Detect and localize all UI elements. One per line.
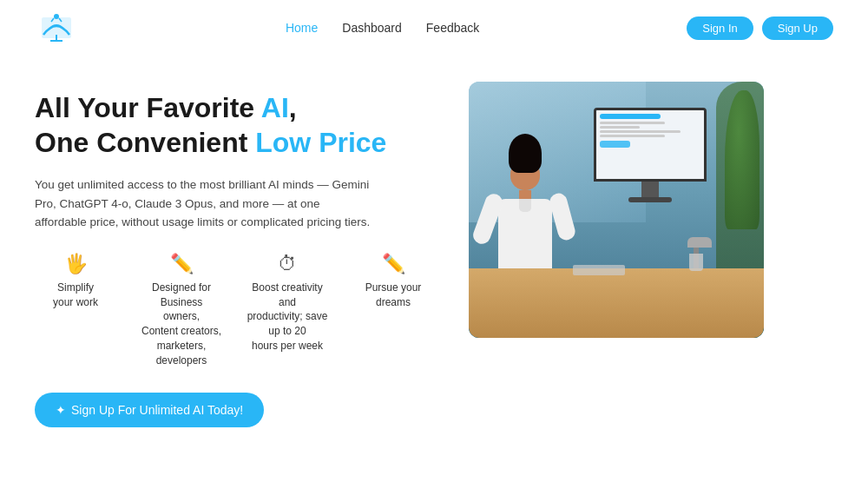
hero-title-price: Low Price [255,127,386,158]
simplify-label: Simplifyyour work [53,281,98,310]
pursue-icon: ✏️ [382,253,405,275]
boost-icon: ⏱ [278,253,297,275]
monitor-base [628,197,672,202]
hero-section: All Your Favorite AI, One Convenient Low… [0,56,868,427]
hero-title-part1: All Your Favorite [35,92,261,123]
nav-buttons: Sign In Sign Up [687,17,833,40]
simplify-icon: 🖐 [64,253,88,275]
business-icon: ✏️ [170,253,194,275]
screen-content [596,110,704,179]
cta-button[interactable]: ✦ Sign Up For Unlimited AI Today! [35,393,264,427]
features-row: 🖐 Simplifyyour work ✏️ Designed for Busi… [35,253,434,368]
cta-label: Sign Up For Unlimited AI Today! [71,403,243,417]
logo-area [35,10,78,45]
screen-line-4 [600,135,665,137]
cta-spark-icon: ✦ [56,403,66,417]
screen-line-2 [600,126,640,129]
desk-surface [469,268,764,338]
desk-lamp-head [687,237,712,248]
screen-bar [600,114,661,119]
monitor-stand [641,182,659,197]
business-label: Designed for Business owners,Content cre… [141,281,222,368]
feature-boost: ⏱ Boost creativity andproductivity; save… [247,253,328,354]
feature-business: ✏️ Designed for Business owners,Content … [141,253,222,368]
hero-title-line2-part1: One Convenient [35,127,255,158]
person-figure [477,134,573,286]
desk-mug [689,254,703,271]
nav-link-feedback[interactable]: Feedback [426,21,479,35]
hero-title: All Your Favorite AI, One Convenient Low… [35,90,434,160]
feature-simplify: 🖐 Simplifyyour work [35,253,116,310]
hero-image [469,82,764,338]
desk-scene [469,82,764,338]
pursue-label: Pursue yourdreams [365,281,422,310]
monitor-screen [594,108,707,182]
hero-left: All Your Favorite AI, One Convenient Low… [35,82,434,427]
boost-label: Boost creativity andproductivity; save u… [247,281,328,354]
hero-title-ai: AI [261,92,289,123]
screen-line-1 [600,122,665,124]
hero-image-area [469,82,764,338]
logo-icon [35,10,78,45]
nav-links: Home Dashboard Feedback [286,21,479,35]
keyboard [573,265,625,275]
navbar: Home Dashboard Feedback Sign In Sign Up [0,0,868,56]
nav-link-home[interactable]: Home [286,21,318,35]
signin-button[interactable]: Sign In [687,17,753,40]
svg-point-3 [54,14,59,19]
signup-button[interactable]: Sign Up [762,17,833,40]
screen-line-3 [600,130,681,133]
nav-link-dashboard[interactable]: Dashboard [342,21,402,35]
feature-pursue: ✏️ Pursue yourdreams [352,253,434,310]
monitor [594,108,707,202]
hero-title-part2: , [289,92,297,123]
hero-description: You get unlimited access to the most bri… [35,175,373,232]
